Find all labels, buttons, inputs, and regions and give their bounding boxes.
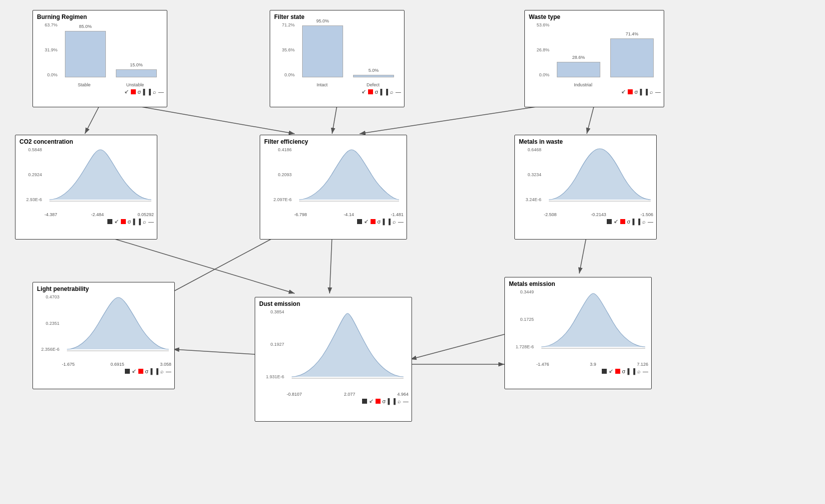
x2: -0.2143: [591, 212, 606, 217]
tool-bar[interactable]: ▌▐: [640, 89, 648, 95]
tool-zoom[interactable]: ⌕: [390, 89, 394, 95]
tool-sigma[interactable]: σ: [378, 219, 381, 225]
svg-line-9: [579, 235, 587, 273]
y3: 2.93E-6: [18, 197, 42, 202]
svg-line-1: [85, 105, 100, 134]
y2: 0.1725: [508, 317, 534, 322]
tool-zoom[interactable]: ⌕: [393, 219, 396, 225]
tool-red-sq[interactable]: [121, 219, 126, 224]
tool-arrow[interactable]: ↙: [114, 218, 119, 225]
y3: 2.356E-6: [36, 347, 59, 352]
tool-sigma[interactable]: σ: [128, 219, 131, 225]
tool-minus[interactable]: —: [403, 398, 409, 404]
tool-zoom[interactable]: ⌕: [642, 219, 646, 225]
tool-minus[interactable]: —: [648, 219, 653, 225]
metals-in-waste-title: Metals in waste: [515, 135, 656, 146]
tool-bar[interactable]: ▌▐: [388, 398, 396, 404]
tool-arrow[interactable]: ↙: [614, 218, 618, 225]
tool-minus[interactable]: —: [166, 368, 171, 374]
tool-bar[interactable]: ▌▐: [627, 368, 635, 374]
x1: -6.798: [294, 212, 307, 217]
filter-efficiency-toolbar: ↙ σ ▌▐ ⌕ —: [260, 217, 407, 227]
tool-red-sq[interactable]: [376, 399, 381, 404]
tool-arrow[interactable]: ↙: [609, 368, 613, 374]
tool-bar[interactable]: ▌▐: [632, 219, 640, 225]
tool-arrow[interactable]: ↙: [621, 88, 626, 95]
tool-minus[interactable]: —: [148, 219, 154, 225]
tool-blk-sq[interactable]: [125, 369, 130, 374]
tool-zoom[interactable]: ⌕: [160, 368, 164, 374]
y-label-2: 31.9%: [36, 47, 57, 52]
x3: 0.05292: [137, 212, 154, 217]
node-light-penetrability: Light penetrability 0.4703 0.2351 2.356E…: [32, 282, 175, 389]
tool-red-sq[interactable]: [371, 219, 376, 224]
x-label-intact: Intact: [317, 82, 328, 87]
tool-red-sq[interactable]: [628, 89, 633, 94]
tool-sigma[interactable]: σ: [138, 89, 141, 95]
tool-arrow[interactable]: ↙: [364, 218, 369, 225]
tool-sigma[interactable]: σ: [375, 89, 379, 95]
co2-content: 0.5848 0.2924 2.93E-6 -4.387 -2.484 0.05…: [15, 146, 157, 217]
fe-bell-chart: [294, 147, 404, 202]
tool-sigma[interactable]: σ: [383, 398, 386, 404]
tool-arrow[interactable]: ↙: [124, 88, 129, 95]
tool-minus[interactable]: —: [655, 89, 661, 95]
tool-zoom[interactable]: ⌕: [153, 89, 156, 95]
node-filter-efficiency: Filter efficiency 0.4186 0.2093 2.097E-6…: [260, 135, 407, 240]
tool-zoom[interactable]: ⌕: [650, 89, 653, 95]
bar-defect: [353, 75, 394, 77]
tool-minus[interactable]: —: [398, 219, 404, 225]
tool-zoom[interactable]: ⌕: [143, 219, 146, 225]
tool-blk-sq[interactable]: [357, 219, 362, 224]
tool-bar[interactable]: ▌▐: [380, 89, 388, 95]
tool-red-sq[interactable]: [615, 369, 620, 374]
tool-red-sq[interactable]: [620, 219, 625, 224]
y1: 0.4186: [263, 147, 292, 152]
node-dust-emission: Dust emission 0.3854 0.1927 1.931E-6 -0.…: [255, 297, 412, 422]
tool-sigma[interactable]: σ: [622, 368, 626, 374]
tool-sigma[interactable]: σ: [145, 368, 149, 374]
co2-title: CO2 concentration: [15, 135, 157, 146]
tool-zoom[interactable]: ⌕: [637, 368, 641, 374]
x2: 3.9: [590, 362, 596, 367]
x-label-defect: Defect: [367, 82, 380, 87]
y-label-3: 0.0%: [273, 72, 295, 77]
svg-line-5: [587, 105, 594, 134]
x2: 0.6915: [110, 362, 124, 367]
filter-efficiency-content: 0.4186 0.2093 2.097E-6 -6.798 -4.14 -1.4…: [260, 146, 407, 217]
tool-minus[interactable]: —: [158, 89, 164, 95]
y1: 0.6468: [518, 147, 541, 152]
tool-arrow[interactable]: ↙: [369, 398, 374, 404]
tool-sigma[interactable]: σ: [627, 219, 631, 225]
bar-intact: [302, 25, 343, 77]
tool-red-sq[interactable]: [138, 369, 143, 374]
tool-arrow[interactable]: ↙: [132, 368, 136, 374]
node-metals-emission: Metals emission 0.3449 0.1725 1.728E-6 -…: [504, 277, 652, 389]
tool-blk-sq[interactable]: [362, 399, 367, 404]
tool-blk-sq[interactable]: [107, 219, 112, 224]
tool-bar[interactable]: ▌▐: [143, 89, 151, 95]
miw-bell-chart: [544, 147, 656, 202]
tool-red-sq[interactable]: [131, 89, 136, 94]
tool-zoom[interactable]: ⌕: [398, 398, 401, 404]
tool-bar[interactable]: ▌▐: [150, 368, 158, 374]
tool-bar[interactable]: ▌▐: [383, 219, 391, 225]
tool-minus[interactable]: —: [396, 89, 401, 95]
tool-arrow[interactable]: ↙: [362, 88, 366, 95]
x1: -2.508: [544, 212, 557, 217]
x2: -4.14: [344, 212, 354, 217]
x1: -1.476: [536, 362, 549, 367]
tool-bar[interactable]: ▌▐: [133, 219, 141, 225]
tool-red-sq[interactable]: [368, 89, 373, 94]
waste-type-content: 53.6% 26.8% 0.0% 28.6% 71.4% Industrial: [525, 21, 664, 87]
tool-blk-sq[interactable]: [607, 219, 612, 224]
y-label-1: 53.6%: [528, 22, 549, 27]
svg-line-4: [360, 105, 549, 134]
tool-blk-sq[interactable]: [602, 369, 607, 374]
tool-minus[interactable]: —: [643, 368, 648, 374]
light-penetrability-content: 0.4703 0.2351 2.356E-6 -1.675 0.6915 3.0…: [33, 293, 174, 367]
tool-sigma[interactable]: σ: [635, 89, 638, 95]
burning-regimen-toolbar: ↙ σ ▌▐ ⌕ —: [33, 87, 167, 97]
lp-bell-chart: [62, 294, 174, 352]
filter-state-content: 71.2% 35.6% 0.0% 95.0% 5.0% Intact: [270, 21, 404, 87]
